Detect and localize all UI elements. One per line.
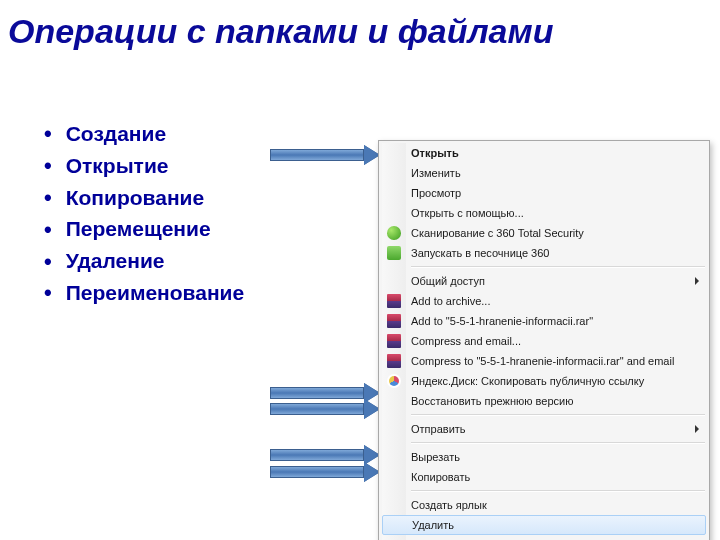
yandex-disk-icon xyxy=(387,374,401,388)
menu-rename[interactable]: Переименовать xyxy=(381,535,707,540)
menu-view[interactable]: Просмотр xyxy=(381,183,707,203)
menu-share[interactable]: Общий доступ xyxy=(381,271,707,291)
menu-separator xyxy=(411,266,705,268)
menu-edit[interactable]: Изменить xyxy=(381,163,707,183)
arrow-open xyxy=(270,148,380,162)
archive-icon xyxy=(387,294,401,308)
arrow-cut xyxy=(270,386,380,400)
chevron-right-icon xyxy=(695,277,699,285)
menu-add-rar[interactable]: Add to "5-5-1-hranenie-informacii.rar" xyxy=(381,311,707,331)
list-item: Создание xyxy=(44,118,244,150)
list-item: Удаление xyxy=(44,246,244,278)
chevron-right-icon xyxy=(695,425,699,433)
menu-copy[interactable]: Копировать xyxy=(381,467,707,487)
slide-title: Операции с папками и файлами xyxy=(0,0,720,51)
menu-create-shortcut[interactable]: Создать ярлык xyxy=(381,495,707,515)
menu-open-with[interactable]: Открыть с помощью... xyxy=(381,203,707,223)
menu-yandex-disk[interactable]: Яндекс.Диск: Скопировать публичную ссылк… xyxy=(381,371,707,391)
menu-send-to[interactable]: Отправить xyxy=(381,419,707,439)
archive-icon xyxy=(387,334,401,348)
menu-separator xyxy=(411,414,705,416)
arrow-delete xyxy=(270,448,380,462)
operations-list: Создание Открытие Копирование Перемещени… xyxy=(0,118,244,309)
menu-restore[interactable]: Восстановить прежнюю версию xyxy=(381,391,707,411)
context-menu: Открыть Изменить Просмотр Открыть с помо… xyxy=(378,140,710,540)
list-item: Копирование xyxy=(44,182,244,214)
list-item: Перемещение xyxy=(44,214,244,246)
sandbox-icon xyxy=(387,246,401,260)
list-item: Открытие xyxy=(44,150,244,182)
shield-icon xyxy=(387,226,401,240)
menu-open[interactable]: Открыть xyxy=(381,143,707,163)
menu-cut[interactable]: Вырезать xyxy=(381,447,707,467)
arrow-rename xyxy=(270,465,380,479)
menu-scan-360[interactable]: Сканирование с 360 Total Security xyxy=(381,223,707,243)
menu-sandbox-360[interactable]: Запускать в песочнице 360 xyxy=(381,243,707,263)
menu-separator xyxy=(411,490,705,492)
menu-separator xyxy=(411,442,705,444)
menu-delete[interactable]: Удалить xyxy=(382,515,706,535)
menu-add-archive[interactable]: Add to archive... xyxy=(381,291,707,311)
menu-compress-rar-email[interactable]: Compress to "5-5-1-hranenie-informacii.r… xyxy=(381,351,707,371)
menu-compress-email[interactable]: Compress and email... xyxy=(381,331,707,351)
archive-icon xyxy=(387,354,401,368)
list-item: Переименование xyxy=(44,277,244,309)
arrow-copy xyxy=(270,402,380,416)
archive-icon xyxy=(387,314,401,328)
